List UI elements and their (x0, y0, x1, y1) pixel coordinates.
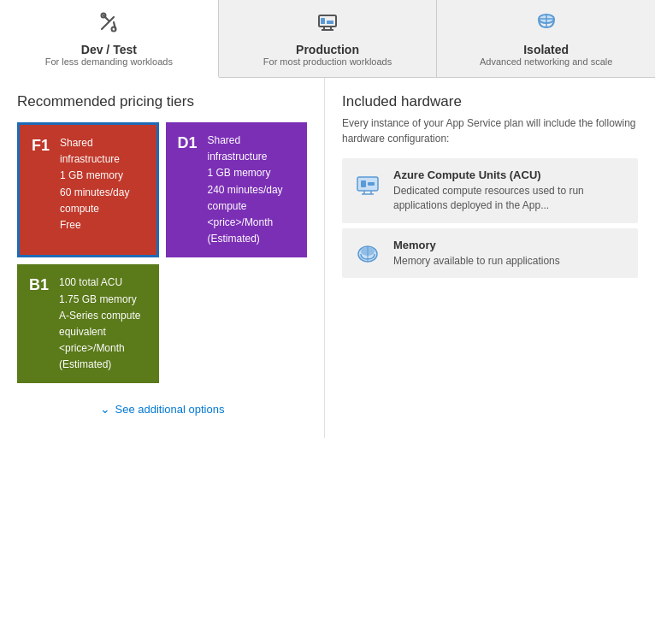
d1-details: Shared infrastructure 1 GB memory 240 mi… (208, 133, 295, 247)
tab-dev-test[interactable]: Dev / Test For less demanding workloads (0, 0, 219, 78)
memory-desc: Memory available to run applications (393, 254, 560, 269)
memory-content: Memory Memory available to run applicati… (393, 239, 560, 269)
hardware-section-title: Included hardware (342, 93, 638, 110)
tab-dev-test-subtitle: For less demanding workloads (45, 56, 173, 67)
pricing-card-d1[interactable]: D1 Shared infrastructure 1 GB memory 240… (166, 122, 308, 257)
tab-production[interactable]: Production For most production workloads (219, 0, 438, 77)
hardware-item-acu: Azure Compute Units (ACU) Dedicated comp… (342, 158, 638, 223)
see-options-label: See additional options (115, 403, 225, 416)
f1-label: F1 (32, 135, 50, 245)
pricing-card-f1[interactable]: F1 Shared infrastructure 1 GB memory 60 … (17, 122, 159, 257)
d1-label: D1 (178, 133, 198, 247)
hardware-item-memory: Memory Memory available to run applicati… (342, 228, 638, 279)
see-additional-options[interactable]: ⌄ See additional options (17, 395, 307, 422)
tab-dev-test-title: Dev / Test (81, 43, 137, 56)
svg-rect-15 (361, 180, 366, 187)
tab-production-subtitle: For most production workloads (263, 56, 392, 67)
b1-label: B1 (29, 275, 49, 373)
f1-details: Shared infrastructure 1 GB memory 60 min… (60, 135, 144, 245)
svg-rect-16 (368, 182, 375, 186)
acu-content: Azure Compute Units (ACU) Dedicated comp… (393, 168, 629, 213)
main-content: Recommended pricing tiers F1 Shared infr… (0, 78, 655, 438)
left-panel: Recommended pricing tiers F1 Shared infr… (0, 78, 325, 438)
svg-rect-6 (321, 18, 325, 24)
memory-title: Memory (393, 239, 560, 251)
svg-rect-7 (327, 21, 333, 24)
memory-icon (351, 239, 385, 268)
pricing-card-b1[interactable]: B1 100 total ACU 1.75 GB memory A-Series… (17, 264, 159, 383)
acu-icon (351, 168, 385, 198)
pricing-section-title: Recommended pricing tiers (17, 93, 307, 110)
svg-point-4 (112, 27, 116, 31)
chevron-down-icon: ⌄ (100, 402, 110, 416)
tab-isolated-subtitle: Advanced networking and scale (480, 56, 612, 67)
pricing-grid: F1 Shared infrastructure 1 GB memory 60 … (17, 122, 307, 383)
dev-test-icon (97, 10, 121, 39)
isolated-icon (534, 10, 558, 39)
b1-details: 100 total ACU 1.75 GB memory A-Series co… (59, 275, 146, 373)
production-icon (316, 10, 339, 39)
acu-title: Azure Compute Units (ACU) (393, 168, 629, 181)
right-panel: Included hardware Every instance of your… (325, 78, 655, 438)
hardware-section-subtitle: Every instance of your App Service plan … (342, 115, 638, 146)
acu-desc: Dedicated compute resources used to run … (393, 184, 629, 213)
tab-isolated-title: Isolated (523, 43, 569, 56)
tab-isolated[interactable]: Isolated Advanced networking and scale (437, 0, 655, 77)
tab-production-title: Production (296, 43, 359, 56)
tab-bar: Dev / Test For less demanding workloads … (0, 0, 655, 78)
